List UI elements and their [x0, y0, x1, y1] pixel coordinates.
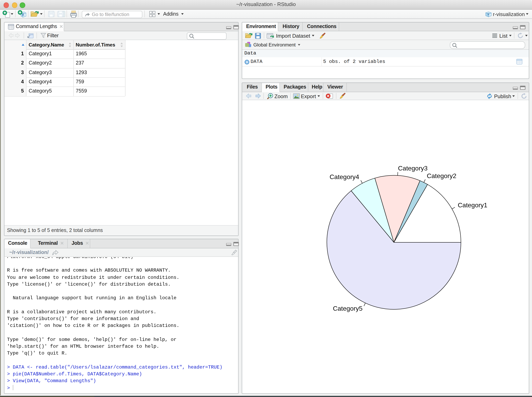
svg-text:Category1: Category1 [458, 202, 487, 209]
svg-text:Category3: Category3 [398, 165, 427, 172]
svg-text:Category4: Category4 [329, 173, 359, 180]
svg-text:R: R [488, 12, 490, 16]
svg-text:Category5: Category5 [333, 305, 362, 312]
svg-text:Category2: Category2 [427, 173, 456, 180]
svg-text:R: R [22, 13, 24, 17]
